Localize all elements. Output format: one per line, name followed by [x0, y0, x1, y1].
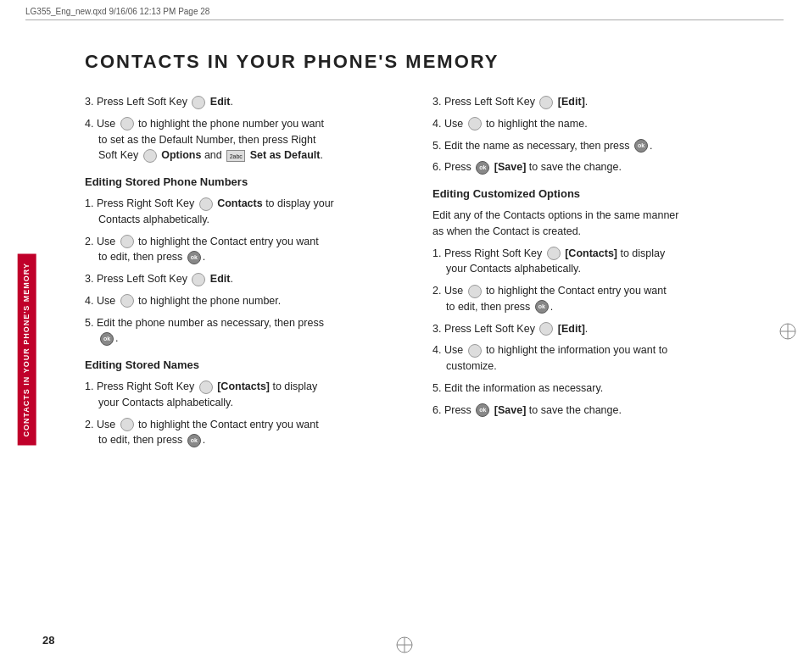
- header-bar: LG355_Eng_new.qxd 9/16/06 12:13 PM Page …: [25, 7, 784, 20]
- section-stored-names-title: Editing Stored Names: [85, 358, 416, 371]
- nav-icon-2: [120, 235, 134, 248]
- nav-icon-r2: [468, 285, 482, 298]
- phone-item-5: 5. Edit the phone number as necessary, t…: [85, 314, 416, 347]
- soft-key-icon-5: [199, 380, 213, 394]
- file-info: LG355_Eng_new.qxd 9/16/06 12:13 PM Page …: [25, 7, 209, 16]
- nav-icon-r3: [468, 344, 482, 358]
- soft-key-icon-r1: [539, 96, 553, 109]
- section-customized-title: Editing Customized Options: [432, 187, 772, 200]
- reg-mark-right: [778, 322, 797, 343]
- custom-item-2: 2. Use to highlight the Contact entry yo…: [432, 282, 772, 315]
- soft-key-icon-r2: [547, 247, 561, 260]
- 2abc-icon: 2abc: [226, 150, 245, 162]
- right-item-6: 6. Press [Save] to save the change.: [432, 158, 772, 175]
- left-intro-item-4: 4. Use to highlight the phone number you…: [85, 115, 416, 164]
- ok-icon-3: [187, 434, 201, 447]
- custom-item-4: 4. Use to highlight the information you …: [432, 342, 772, 375]
- right-column: 3. Press Left Soft Key [Edit]. 4. Use to…: [432, 93, 772, 423]
- ok-icon-r2: [476, 161, 489, 175]
- page-number: 28: [42, 634, 54, 647]
- nav-icon-r1: [468, 117, 482, 131]
- custom-item-3: 3. Press Left Soft Key [Edit].: [432, 320, 772, 337]
- phone-item-1: 1. Press Right Soft Key Contacts to disp…: [85, 195, 416, 228]
- custom-item-1: 1. Press Right Soft Key [Contacts] to di…: [432, 245, 772, 278]
- phone-item-3: 3. Press Left Soft Key Edit.: [85, 270, 416, 287]
- ok-icon-2: [100, 332, 114, 346]
- ok-icon-r1: [634, 139, 648, 153]
- section-phone-numbers-title: Editing Stored Phone Numbers: [85, 175, 416, 188]
- soft-key-icon-4: [192, 273, 205, 286]
- right-item-5: 5. Edit the name as necessary, then pres…: [432, 137, 772, 154]
- right-item-4: 4. Use to highlight the name.: [432, 115, 772, 132]
- left-intro-item-3: 3. Press Left Soft Key Edit.: [85, 93, 416, 110]
- nav-icon-3: [120, 294, 134, 308]
- soft-key-icon: [192, 96, 205, 109]
- custom-item-6: 6. Press [Save] to save the change.: [432, 402, 772, 419]
- ok-icon-r4: [476, 403, 489, 417]
- ok-icon: [187, 251, 201, 264]
- left-column: 3. Press Left Soft Key Edit. 4. Use to h…: [85, 93, 416, 453]
- page-title: CONTACTS IN YOUR PHONE'S MEMORY: [85, 51, 758, 73]
- phone-item-2: 2. Use to highlight the Contact entry yo…: [85, 233, 416, 266]
- customized-intro: Edit any of the Contacts options in the …: [432, 207, 772, 240]
- custom-item-5: 5. Edit the information as necessary.: [432, 380, 772, 397]
- soft-key-icon-r3: [539, 322, 553, 336]
- right-item-3: 3. Press Left Soft Key [Edit].: [432, 93, 772, 110]
- names-item-1: 1. Press Right Soft Key [Contacts] to di…: [85, 378, 416, 411]
- names-item-2: 2. Use to highlight the Contact entry yo…: [85, 416, 416, 449]
- sidebar-label: CONTACTS IN YOUR PHONE'S MEMORY: [15, 254, 39, 446]
- soft-key-icon-2: [143, 149, 157, 163]
- nav-icon-4: [120, 418, 134, 431]
- phone-item-4: 4. Use to highlight the phone number.: [85, 292, 416, 309]
- reg-mark-bottom: [395, 636, 414, 657]
- sidebar-text: CONTACTS IN YOUR PHONE'S MEMORY: [18, 254, 36, 446]
- nav-icon: [120, 117, 134, 131]
- ok-icon-r3: [535, 300, 549, 314]
- soft-key-icon-3: [199, 197, 213, 211]
